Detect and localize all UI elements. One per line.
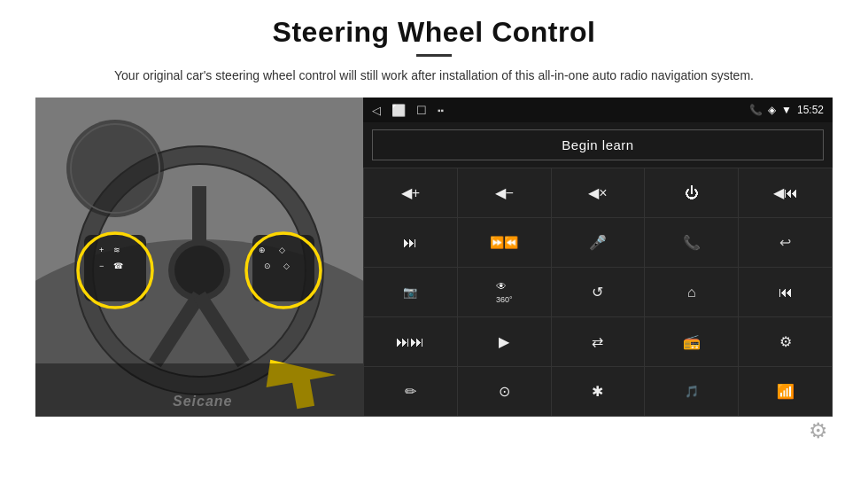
prev-track-icon: ◀⏮ (773, 184, 798, 201)
circle-icon: ⊙ (499, 383, 510, 400)
power-icon: ⏻ (685, 185, 699, 201)
fast-fwd-icon: ⏭⏭ (396, 334, 424, 350)
svg-rect-25 (35, 363, 363, 417)
view360-icon: 👁360° (496, 280, 513, 305)
android-panel: ◁ ⬜ ☐ ▪▪ 📞 ◈ ▼ 15:52 Begin learn (363, 98, 833, 417)
begin-learn-row: Begin learn (363, 122, 833, 168)
signal-strength-icon: ▼ (781, 104, 792, 116)
prev-icon: ⏮ (779, 285, 793, 301)
camera-button[interactable]: 📷 (364, 268, 457, 316)
controls-grid: ◀+ ◀− ◀× ⏻ ◀⏮ ⏭ ⏩⏪ (363, 168, 833, 417)
status-bar: ◁ ⬜ ☐ ▪▪ 📞 ◈ ▼ 15:52 (363, 98, 833, 122)
power-button[interactable]: ⏻ (645, 168, 738, 217)
edit-button[interactable]: ✏ (364, 367, 457, 416)
camera-icon: 📷 (403, 285, 417, 299)
next-icon: ⏭ (403, 235, 417, 251)
switch-icon: ⇄ (592, 333, 603, 350)
prev-button[interactable]: ⏮ (739, 268, 832, 316)
steering-wheel-image: + ≋ − ☎ ⊕ ◇ ⊙ ◇ Seicane (35, 98, 363, 417)
mute-icon: ◀× (588, 184, 607, 201)
edit-icon: ✏ (405, 383, 416, 400)
svg-text:☎: ☎ (113, 262, 123, 270)
eq-settings-button[interactable]: ⚙ (739, 317, 832, 366)
svg-text:≋: ≋ (113, 246, 120, 254)
svg-text:⊙: ⊙ (264, 262, 271, 270)
mute-button[interactable]: ◀× (552, 168, 645, 217)
recents-nav-icon[interactable]: ☐ (416, 104, 427, 117)
equalizer-icon: 📶 (777, 383, 794, 400)
mic-button[interactable]: 🎤 (552, 218, 645, 267)
clock-display: 15:52 (797, 104, 824, 116)
back-icon: ↺ (592, 284, 603, 301)
vol-up-icon: ◀+ (401, 184, 420, 201)
bluetooth-button[interactable]: ✱ (552, 367, 645, 416)
call-button[interactable]: 📞 (645, 218, 738, 267)
settings-gear-icon[interactable]: ⚙ (809, 418, 828, 443)
radio-icon: 📻 (683, 333, 701, 350)
switch-button[interactable]: ⇄ (552, 317, 645, 366)
vol-up-button[interactable]: ◀+ (364, 168, 457, 217)
begin-learn-button[interactable]: Begin learn (372, 129, 824, 160)
svg-text:−: − (99, 262, 104, 270)
wifi-icon: ◈ (768, 104, 776, 116)
vol-down-button[interactable]: ◀− (458, 168, 551, 217)
nav-button[interactable]: ▶ (458, 317, 551, 366)
status-left: ◁ ⬜ ☐ ▪▪ (372, 104, 444, 117)
vol-down-icon: ◀− (495, 184, 514, 201)
bluetooth-icon: ✱ (592, 383, 603, 400)
back-nav-icon[interactable]: ◁ (372, 104, 381, 117)
radio-button[interactable]: 📻 (645, 317, 738, 366)
equalizer-button[interactable]: 📶 (739, 367, 832, 416)
svg-text:◇: ◇ (279, 246, 285, 254)
home-button[interactable]: ⌂ (645, 268, 738, 316)
home-icon: ⌂ (687, 285, 696, 301)
svg-text:⊕: ⊕ (259, 246, 266, 254)
music-icon: 🎵 (685, 385, 699, 398)
title-divider (416, 54, 452, 57)
status-right: 📞 ◈ ▼ 15:52 (749, 104, 824, 116)
eq-settings-icon: ⚙ (779, 333, 792, 350)
home-nav-icon[interactable]: ⬜ (391, 104, 406, 117)
hang-up-button[interactable]: ↩ (739, 218, 832, 267)
back-button[interactable]: ↺ (552, 268, 645, 316)
content-area: + ≋ − ☎ ⊕ ◇ ⊙ ◇ Seicane (35, 98, 833, 417)
phone-status-icon: 📞 (749, 104, 763, 116)
view360-button[interactable]: 👁360° (458, 268, 551, 316)
next-button[interactable]: ⏭ (364, 218, 457, 267)
title-section: Steering Wheel Control Your original car… (35, 16, 833, 85)
signal-icon: ▪▪ (438, 105, 444, 115)
ff-rw-icon: ⏩⏪ (490, 236, 518, 249)
nav-icon-ctrl: ▶ (499, 333, 509, 350)
svg-text:◇: ◇ (283, 262, 290, 270)
svg-point-5 (174, 246, 224, 295)
ff-rw-button[interactable]: ⏩⏪ (458, 218, 551, 267)
call-icon: 📞 (683, 234, 701, 251)
page-title: Steering Wheel Control (35, 16, 833, 49)
music-button[interactable]: 🎵 (645, 367, 738, 416)
prev-track-button[interactable]: ◀⏮ (739, 168, 832, 217)
fast-fwd-button[interactable]: ⏭⏭ (364, 317, 457, 366)
circle-button[interactable]: ⊙ (458, 367, 551, 416)
mic-icon: 🎤 (589, 234, 607, 251)
hang-up-icon: ↩ (779, 234, 791, 251)
svg-point-22 (66, 120, 164, 217)
svg-text:+: + (99, 246, 104, 254)
page-subtitle: Your original car's steering wheel contr… (89, 66, 779, 85)
